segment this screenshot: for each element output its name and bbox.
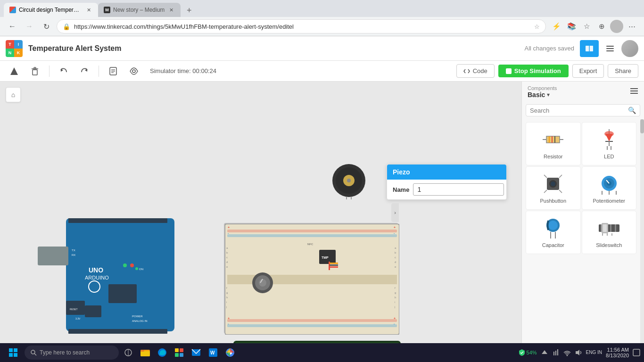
svg-rect-143: [175, 348, 179, 352]
browser-actions: ⚡ 📚 ☆ ⊕ ⋯: [550, 20, 638, 33]
edge-icon: [157, 347, 167, 358]
taskbar-app-5[interactable]: W: [206, 345, 221, 360]
panel-dropdown[interactable]: Basic ▾: [528, 91, 557, 99]
component-slideswitch[interactable]: Slideswitch: [582, 211, 637, 254]
search-input[interactable]: [530, 107, 625, 114]
app-header: T I N K Temperature Alert System All cha…: [0, 36, 644, 61]
logo-cell-n: N: [6, 49, 14, 57]
settings-btn[interactable]: ⋯: [625, 20, 638, 33]
tab-medium[interactable]: M New story – Medium ✕: [98, 3, 181, 17]
svg-text:d: d: [395, 261, 396, 263]
svg-rect-60: [330, 264, 338, 266]
favorites-btn[interactable]: ☆: [580, 20, 593, 33]
user-avatar[interactable]: [621, 40, 638, 57]
tab-close-1[interactable]: ✕: [85, 6, 92, 14]
redo-icon: [80, 66, 89, 76]
undo-button[interactable]: [55, 63, 72, 80]
export-button[interactable]: Export: [572, 64, 604, 78]
3d-view-button[interactable]: [580, 40, 599, 57]
piezo-component[interactable]: [330, 162, 368, 199]
potentiometer-icon-container: [598, 173, 620, 195]
svg-rect-132: [14, 348, 17, 352]
svg-rect-89: [630, 93, 638, 94]
svg-point-105: [551, 181, 555, 186]
led-label: LED: [604, 154, 614, 159]
back-button[interactable]: ←: [6, 20, 19, 33]
star-icon[interactable]: ☆: [534, 23, 540, 30]
taskbar: Type here to search W 54% ENG IN: [0, 343, 644, 362]
tab-label-1: Circuit design Temperature Alert ...: [19, 7, 82, 13]
collections-btn[interactable]: 📚: [565, 20, 578, 33]
piezo-popup: Piezo Name: [387, 164, 507, 200]
component-resistor[interactable]: Resistor: [526, 122, 581, 165]
url-bar[interactable]: 🔒 https://www.tinkercad.com/things/5kMwU…: [57, 19, 546, 33]
store-icon: [174, 347, 184, 358]
component-pushbutton[interactable]: Pushbutton: [526, 166, 581, 210]
svg-rect-145: [175, 353, 179, 357]
svg-rect-19: [85, 305, 101, 317]
extensions-btn[interactable]: ⚡: [550, 20, 563, 33]
tool-separator-1: [49, 66, 50, 77]
tab-close-2[interactable]: ✕: [167, 6, 175, 14]
code-button[interactable]: Code: [456, 64, 495, 78]
component-capacitor[interactable]: Capacitor: [526, 211, 581, 254]
forward-button[interactable]: →: [23, 20, 36, 33]
svg-line-109: [559, 190, 562, 193]
stop-simulation-button[interactable]: Stop Simulation: [498, 65, 569, 77]
svg-rect-144: [180, 348, 183, 352]
svg-text:TX: TX: [72, 249, 75, 252]
start-button[interactable]: [4, 344, 23, 361]
logo-cell-t: T: [6, 40, 14, 49]
capacitor-svg: [545, 217, 561, 239]
list-view-button[interactable]: [601, 40, 619, 57]
panel-list-view-button[interactable]: [630, 87, 638, 97]
svg-rect-3: [606, 48, 614, 49]
stop-icon: [506, 68, 512, 74]
led-svg: [601, 128, 618, 151]
view-toggle-button[interactable]: [125, 63, 142, 80]
hub-btn[interactable]: ⊕: [595, 20, 608, 33]
components-grid: Resistor LED: [522, 120, 644, 256]
chevron-up-icon[interactable]: [541, 349, 548, 356]
notes-button[interactable]: [105, 63, 122, 80]
breadboard[interactable]: a b c d e f g h i j TMP: [224, 223, 398, 334]
tab-circuit-design[interactable]: Circuit design Temperature Alert ... ✕: [4, 3, 98, 17]
panel-collapse-button[interactable]: ›: [391, 203, 399, 222]
battery-percent: 54%: [527, 350, 537, 355]
canvas-area[interactable]: ⌂: [0, 82, 521, 344]
notification-icon[interactable]: [633, 349, 640, 356]
taskbar-app-2[interactable]: [155, 345, 170, 360]
svg-marker-5: [10, 67, 18, 75]
mail-icon: [191, 347, 201, 358]
taskbar-app-6[interactable]: [223, 345, 238, 360]
piezo-name-input[interactable]: [413, 183, 504, 196]
taskbar-app-1[interactable]: [138, 345, 153, 360]
clock[interactable]: 11:56 AM 8/13/2020: [606, 347, 629, 358]
scrollbar-thumb[interactable]: [640, 119, 644, 133]
taskbar-search[interactable]: Type here to search: [25, 346, 119, 360]
taskbar-app-3[interactable]: [172, 345, 187, 360]
svg-point-56: [259, 279, 266, 287]
svg-text:TMP: TMP: [322, 256, 329, 259]
svg-rect-37: [227, 230, 397, 232]
task-view-button[interactable]: [121, 345, 136, 360]
delete-tool-button[interactable]: [26, 63, 43, 80]
shapes-tool-button[interactable]: [6, 63, 23, 80]
profile-btn[interactable]: [610, 20, 623, 33]
svg-rect-2: [606, 46, 614, 47]
reload-button[interactable]: ↻: [40, 20, 53, 33]
view-home-button[interactable]: ⌂: [6, 87, 21, 102]
redo-button[interactable]: [76, 63, 93, 80]
search-box[interactable]: 🔍: [526, 104, 640, 116]
3d-view-icon: [585, 44, 594, 53]
arduino-board[interactable]: ARDUINO UNO POWER ANALOG IN: [38, 218, 179, 336]
code-icon: [463, 68, 470, 74]
new-tab-button[interactable]: +: [182, 4, 196, 17]
tinkercad-logo[interactable]: T I N K: [6, 40, 23, 57]
share-button[interactable]: Share: [608, 64, 638, 78]
component-potentiometer[interactable]: Potentiometer: [582, 166, 637, 210]
svg-point-118: [548, 221, 558, 230]
component-led[interactable]: LED: [582, 122, 637, 165]
task-view-icon: [124, 348, 132, 357]
taskbar-app-4[interactable]: [189, 345, 204, 360]
